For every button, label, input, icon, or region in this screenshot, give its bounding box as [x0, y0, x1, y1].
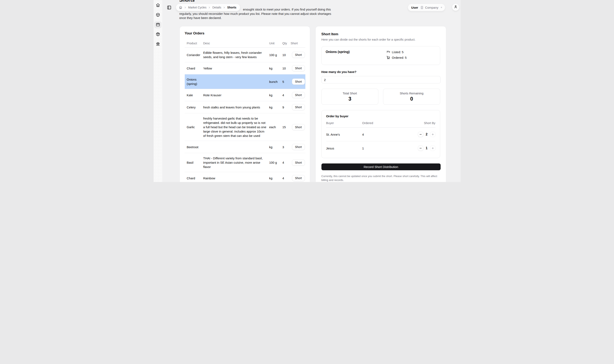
- breadcrumb-home-link[interactable]: [179, 6, 182, 9]
- table-row[interactable]: Coriander Edible flowers, frilly leaves,…: [185, 48, 305, 62]
- short-by-value: 2: [426, 132, 428, 136]
- table-row[interactable]: Celery fresh stalks and leaves from youn…: [185, 101, 305, 113]
- company-scope-label: Company: [425, 6, 438, 9]
- your-orders-panel: Your Orders Product Desc Unit Qty Short …: [180, 26, 310, 182]
- cell-desc: Rainbow: [203, 172, 269, 182]
- total-short-value: 3: [348, 96, 351, 102]
- submit-warning-text: Currently, this cannot be updated once y…: [321, 174, 440, 182]
- buyer-table-header: Buyer Ordered Short By: [326, 121, 435, 128]
- panel-left-icon: [167, 5, 171, 11]
- decrement-short-button[interactable]: [418, 132, 423, 137]
- short-button[interactable]: Short: [292, 175, 305, 181]
- sidebar-item-home[interactable]: [155, 2, 161, 9]
- buyer-row: Jesus 1 1: [326, 141, 435, 155]
- cell-unit: kg: [269, 89, 282, 101]
- table-row[interactable]: Garlic freshly harvested garlic that nee…: [185, 113, 305, 141]
- table-row[interactable]: Chard Rainbow kg 4 Short: [185, 172, 305, 182]
- cell-desc: Rote Krauser: [203, 89, 269, 101]
- ordered-count: Ordered: 5: [386, 56, 407, 59]
- cell-desc: [203, 74, 269, 89]
- col-qty: Qty: [282, 42, 291, 48]
- listed-count-label: Listed: 5: [392, 50, 404, 54]
- page-description-line3: once they have been declared.: [179, 16, 222, 20]
- total-short-label: Total Short: [343, 92, 357, 95]
- cell-product: Beetroot: [185, 141, 203, 153]
- cell-unit: 100 g: [269, 153, 282, 172]
- short-button[interactable]: Short: [292, 78, 305, 85]
- cell-qty: 9: [282, 101, 291, 113]
- sidebar: [154, 0, 163, 182]
- buyer-ordered: 1: [362, 146, 403, 150]
- col-short: Short: [291, 42, 305, 48]
- user-icon: [454, 5, 457, 10]
- col-product: Product: [185, 42, 203, 48]
- chevron-right-icon: [223, 6, 226, 9]
- col-buyer: Buyer: [326, 121, 362, 125]
- sidebar-item-orders[interactable]: [155, 31, 161, 38]
- table-row[interactable]: Chard Yellow kg 10 Short: [185, 62, 305, 74]
- increment-short-button[interactable]: [430, 145, 435, 151]
- cell-desc: freshly harvested garlic that needs to b…: [203, 113, 269, 141]
- table-row-selected[interactable]: Onions (spring) bunch 5 Short: [185, 74, 305, 89]
- account-menu-button[interactable]: [452, 4, 459, 11]
- quantity-input[interactable]: [321, 76, 441, 83]
- table-row[interactable]: Basil THAI - Different variety from stan…: [185, 153, 305, 172]
- shorts-remaining-label: Shorts Remaining: [400, 92, 423, 95]
- cell-desc: Yellow: [203, 62, 269, 74]
- cell-desc: Edible flowers, frilly leaves, fresh cor…: [203, 48, 269, 62]
- cell-product: Chard: [185, 172, 203, 182]
- increment-short-button[interactable]: [430, 132, 435, 137]
- short-item-title: Short Item: [321, 32, 440, 36]
- sidebar-toggle-button[interactable]: [167, 5, 172, 10]
- cell-qty: 4: [282, 172, 291, 182]
- cell-qty: 10: [282, 48, 291, 62]
- breadcrumb-current-shorts: Shorts: [227, 6, 236, 9]
- record-short-distribution-button[interactable]: Record Short Distribution: [321, 163, 441, 170]
- table-row[interactable]: Kale Rote Krauser kg 4 Short: [185, 89, 305, 101]
- orders-panel-title: Your Orders: [185, 31, 305, 36]
- buyer-row: St. Anne's 4 2: [326, 128, 435, 141]
- shorts-remaining-value: 0: [410, 96, 413, 102]
- cell-product: Garlic: [185, 113, 203, 141]
- table-row[interactable]: Beetroot kg 3 Short: [185, 141, 305, 153]
- sidebar-item-market-cycles[interactable]: [155, 21, 161, 28]
- sidebar-item-products[interactable]: [155, 12, 161, 19]
- product-summary-card: Onions (spring) Listed: 5 Ordered: 5: [321, 46, 440, 65]
- orders-table-header: Product Desc Unit Qty Short: [185, 42, 305, 48]
- short-button[interactable]: Short: [292, 144, 305, 150]
- decrement-short-button[interactable]: [418, 145, 423, 151]
- buyer-name: Jesus: [326, 146, 362, 150]
- page-title: Shorts: [179, 0, 195, 3]
- orders-table: Product Desc Unit Qty Short Coriander Ed…: [185, 42, 305, 182]
- cell-unit: bunch: [269, 74, 282, 89]
- summary-product-name: Onions (spring): [326, 50, 386, 54]
- cell-unit: kg: [269, 172, 282, 182]
- breadcrumb-market-cycles[interactable]: Market Cycles: [188, 6, 207, 9]
- account-scope-switcher: User Company: [408, 4, 445, 11]
- short-item-panel: Short Item Here you can divide out the s…: [315, 26, 446, 182]
- short-button[interactable]: Short: [292, 65, 305, 71]
- company-scope-option[interactable]: Company: [420, 6, 438, 9]
- short-by-value: 1: [426, 146, 428, 150]
- calendar-icon: [156, 23, 160, 27]
- col-unit: Unit: [269, 42, 282, 48]
- cell-qty: 4: [282, 89, 291, 101]
- cell-product: Chard: [185, 62, 203, 74]
- breadcrumb-details[interactable]: Details: [212, 6, 221, 9]
- cell-desc: fresh stalks and leaves from young plant…: [203, 101, 269, 113]
- cell-product: Celery: [185, 101, 203, 113]
- short-button[interactable]: Short: [292, 124, 305, 130]
- shorts-remaining-card: Shorts Remaining 0: [383, 89, 440, 105]
- short-button[interactable]: Short: [292, 159, 305, 166]
- short-button[interactable]: Short: [292, 92, 305, 98]
- short-button[interactable]: Short: [292, 52, 305, 58]
- col-ordered: Ordered: [362, 121, 403, 125]
- order-by-buyer-title: Order by buyer: [326, 114, 435, 118]
- short-button[interactable]: Short: [292, 104, 305, 110]
- ordered-count-label: Ordered: 5: [392, 56, 407, 59]
- total-short-card: Total Short 3: [321, 89, 379, 105]
- sidebar-item-billing[interactable]: [155, 41, 161, 48]
- user-scope-option[interactable]: User: [411, 6, 418, 9]
- status-dot: [441, 7, 442, 8]
- list-plus-icon: [386, 50, 390, 54]
